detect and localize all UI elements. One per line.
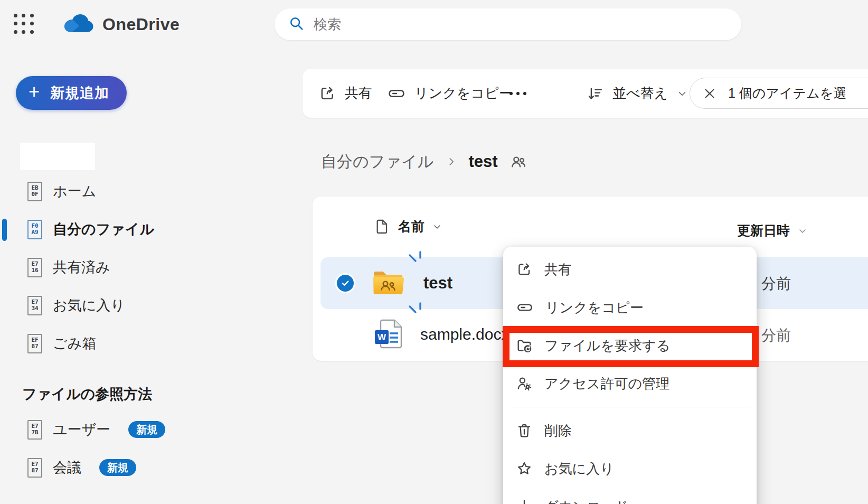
close-icon: [703, 87, 716, 100]
command-toolbar: 共有 リンクをコピー 並べ替え 1 個のアイテムを選: [303, 69, 868, 118]
manage-access-icon: [516, 375, 533, 392]
breadcrumb-my-files[interactable]: 自分のファイル: [321, 151, 434, 173]
sidebar-item-favorites[interactable]: E734 お気に入り: [0, 286, 253, 324]
my-files-icon: F0A9: [27, 220, 42, 239]
request-files-icon: [516, 337, 533, 354]
search-input[interactable]: [314, 16, 731, 33]
breadcrumb: 自分のファイル test: [321, 148, 527, 175]
onedrive-cloud-logo-icon: [64, 14, 94, 35]
menu-item-request-files[interactable]: ファイルを要求する: [503, 326, 757, 365]
column-header-name[interactable]: 名前: [374, 218, 442, 235]
delete-icon: [516, 422, 533, 439]
menu-divider: [510, 407, 750, 407]
copy-link-icon: [516, 298, 534, 316]
shared-people-icon: [510, 153, 527, 171]
share-icon: [516, 261, 533, 278]
sidebar-item-my-files[interactable]: F0A9 自分のファイル: [0, 210, 253, 248]
checkmark-icon: [341, 278, 350, 288]
chevron-right-icon: [446, 156, 457, 167]
people-icon: E77B: [27, 420, 42, 440]
menu-item-manage-access[interactable]: アクセス許可の管理: [503, 365, 757, 403]
file-name[interactable]: test: [423, 274, 452, 293]
more-ellipsis-icon: [510, 92, 513, 95]
context-menu: 共有 リンクをコピー ファイルを要求する: [503, 247, 757, 504]
word-file-icon: W: [374, 319, 403, 349]
file-modified: 分前: [761, 325, 791, 346]
redacted-account-area: [20, 143, 95, 170]
share-icon: [318, 85, 336, 102]
shared-icon: E716: [27, 258, 42, 277]
sidebar-item-recycle-bin[interactable]: EF87 ごみ箱: [0, 324, 253, 362]
menu-item-favorite[interactable]: お気に入り: [503, 450, 757, 488]
chevron-down-icon: [676, 88, 688, 99]
svg-text:W: W: [378, 332, 386, 342]
search-icon: [288, 15, 304, 33]
favorites-icon: E734: [27, 296, 42, 315]
browse-files-section-title: ファイルの参照方法: [22, 385, 152, 404]
favorite-star-icon: [516, 460, 533, 477]
new-badge: 新規: [128, 421, 165, 438]
home-icon: EB0F: [27, 182, 42, 201]
click-effect-icon: [408, 251, 423, 268]
sidebar-item-people[interactable]: E77B ユーザー 新規: [0, 410, 253, 449]
document-icon: [374, 218, 391, 235]
app-launcher-waffle-icon[interactable]: [12, 12, 36, 36]
menu-item-copy-link[interactable]: リンクをコピー: [503, 288, 757, 326]
selection-status-text: 1 個のアイテムを選: [728, 85, 846, 102]
file-name[interactable]: sample.docx: [420, 325, 509, 343]
click-effect-icon: [408, 302, 423, 319]
row-selected-checkbox[interactable]: [337, 275, 354, 292]
onedrive-brand[interactable]: OneDrive: [64, 14, 180, 35]
plus-icon: +: [29, 82, 40, 101]
add-new-button[interactable]: + 新規追加: [16, 76, 127, 110]
sidebar-item-meetings[interactable]: E787 会議 新規: [0, 449, 253, 487]
selection-status-pill[interactable]: 1 個のアイテムを選: [690, 78, 868, 109]
menu-item-download[interactable]: ダウンロード: [503, 488, 757, 504]
menu-item-share[interactable]: 共有: [503, 250, 757, 288]
sidebar-browse-nav: E77B ユーザー 新規 E787 会議 新規: [0, 410, 253, 487]
sidebar-item-home[interactable]: EB0F ホーム: [0, 172, 253, 210]
recycle-bin-icon: EF87: [27, 334, 42, 353]
download-icon: [516, 498, 533, 504]
sort-icon: [586, 85, 604, 102]
breadcrumb-current-folder[interactable]: test: [469, 152, 498, 171]
meetings-icon: E787: [27, 458, 42, 478]
sidebar-nav: EB0F ホーム F0A9 自分のファイル E716 共有済み E734 お気に…: [0, 172, 253, 362]
chevron-down-icon: [797, 226, 808, 236]
app-title: OneDrive: [102, 15, 180, 34]
new-badge: 新規: [99, 459, 136, 476]
search-bar[interactable]: [275, 8, 741, 40]
more-options-button[interactable]: [510, 69, 526, 118]
shared-folder-icon: [372, 270, 404, 295]
copy-link-button[interactable]: リンクをコピー: [387, 69, 513, 118]
chevron-down-icon: [432, 221, 442, 232]
file-modified: 分前: [761, 274, 791, 294]
share-button[interactable]: 共有: [318, 69, 372, 118]
menu-item-delete[interactable]: 削除: [503, 412, 757, 450]
sort-button[interactable]: 並べ替え: [586, 69, 688, 118]
column-header-modified[interactable]: 更新日時: [737, 222, 808, 239]
sidebar-item-shared[interactable]: E716 共有済み: [0, 248, 253, 286]
copy-link-icon: [387, 84, 406, 103]
onedrive-app: OneDrive + 新規追加 EB0F ホーム F0A9 自分のファイル: [0, 0, 868, 504]
